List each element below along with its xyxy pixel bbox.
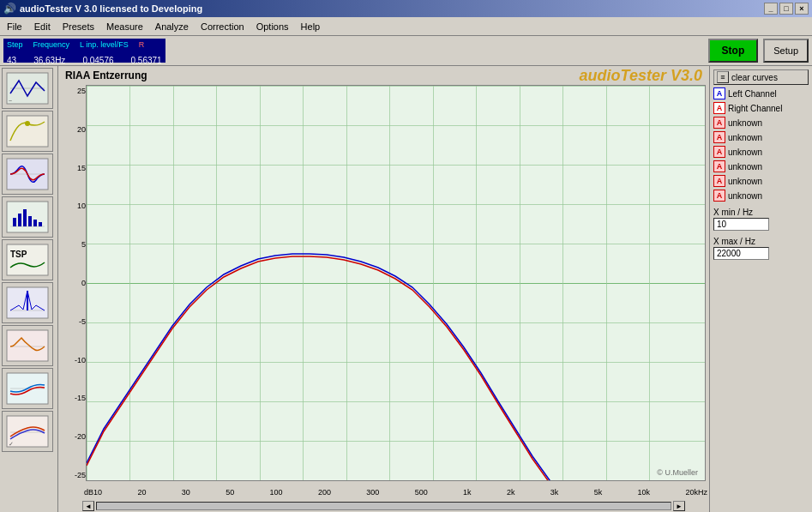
- y-label-2: 15: [62, 162, 86, 174]
- x-label-1: 20: [137, 488, 146, 497]
- r-value: 0.56371: [131, 56, 162, 65]
- y-label-8: -15: [62, 392, 86, 404]
- sidebar-icon-waveform[interactable]: ~: [2, 68, 53, 109]
- linp-label: L inp. level/FS: [80, 40, 129, 49]
- x-label-10: 3k: [550, 488, 559, 497]
- svg-rect-10: [18, 214, 21, 226]
- r-label: R: [139, 40, 145, 49]
- x-label-9: 2k: [507, 488, 515, 497]
- y-label-7: -10: [62, 354, 86, 366]
- app-title: audioTester V 3.0 licensed to Developing: [20, 3, 202, 14]
- copyright-text: © U.Mueller: [657, 468, 698, 477]
- left-sidebar: ~: [0, 66, 58, 512]
- legend-unknown2[interactable]: A unknown: [713, 131, 809, 143]
- title-bar: 🔊 audioTester V 3.0 licensed to Developi…: [0, 0, 812, 17]
- sidebar-icon-correction[interactable]: [2, 368, 53, 409]
- chart-title: RIAA Entzerrung: [65, 69, 147, 81]
- y-label-1: 20: [62, 123, 86, 136]
- scroll-track[interactable]: [96, 502, 671, 510]
- step-label: Step: [7, 40, 23, 49]
- sidebar-icon-impulse[interactable]: [2, 282, 53, 323]
- svg-rect-13: [33, 220, 37, 226]
- legend-label-unknown4: unknown: [728, 162, 762, 172]
- svg-rect-12: [28, 216, 32, 226]
- legend-label-unknown3: unknown: [728, 148, 762, 157]
- legend-icon-unknown3: A: [713, 146, 725, 158]
- x-label-7: 500: [415, 488, 428, 497]
- linp-value: 0.04576: [82, 56, 113, 65]
- xmin-label: X min / Hz: [713, 208, 809, 217]
- x-label-8: 1k: [463, 488, 472, 497]
- xmax-input[interactable]: [713, 247, 769, 260]
- menu-item-edit[interactable]: Edit: [29, 20, 56, 33]
- chart-scrollbar: ◄ ►: [58, 500, 709, 512]
- x-label-3: 50: [226, 488, 234, 497]
- svg-rect-7: [7, 202, 48, 232]
- svg-rect-14: [39, 222, 42, 226]
- legend-icon-left: A: [713, 87, 725, 99]
- sidebar-icon-noise[interactable]: [2, 196, 53, 238]
- right-panel: ≡ clear curves A Left Channel A Right Ch…: [709, 66, 812, 512]
- y-label-4: 5: [62, 238, 86, 250]
- chart-area: RIAA Entzerrung audioTester V3.0 2520151…: [58, 66, 709, 512]
- xmin-section: X min / Hz: [713, 208, 809, 231]
- app-watermark: audioTester V3.0: [580, 67, 702, 85]
- svg-rect-11: [23, 209, 27, 226]
- chart-plot: © U.Mueller: [86, 85, 706, 481]
- svg-text:~: ~: [9, 98, 12, 104]
- riaa-curve-svg: [87, 86, 705, 480]
- sidebar-icon-analyze[interactable]: [2, 111, 53, 152]
- menu-item-correction[interactable]: Correction: [195, 20, 250, 33]
- y-label-6: -5: [62, 316, 86, 328]
- menu-item-options[interactable]: Options: [251, 20, 294, 33]
- clear-curves-label: clear curves: [731, 73, 778, 82]
- menu-item-analyze[interactable]: Analyze: [150, 20, 194, 33]
- y-label-9: -20: [62, 431, 86, 443]
- legend-label-unknown5: unknown: [728, 177, 762, 186]
- svg-text:✓: ✓: [9, 441, 14, 447]
- legend-left-channel[interactable]: A Left Channel: [713, 87, 809, 99]
- legend-unknown3[interactable]: A unknown: [713, 146, 809, 158]
- legend-unknown6[interactable]: A unknown: [713, 190, 809, 202]
- legend-unknown5[interactable]: A unknown: [713, 175, 809, 187]
- legend-label-unknown6: unknown: [728, 191, 762, 201]
- maximize-button[interactable]: □: [779, 3, 793, 15]
- stop-button[interactable]: Stop: [708, 39, 759, 63]
- scroll-right-button[interactable]: ►: [673, 501, 685, 511]
- menu-item-file[interactable]: File: [2, 20, 27, 33]
- body-area: ~: [0, 66, 812, 512]
- scroll-left-button[interactable]: ◄: [82, 501, 94, 511]
- legend-label-left: Left Channel: [728, 89, 777, 99]
- legend-icon-unknown2: A: [713, 131, 725, 143]
- minimize-button[interactable]: _: [764, 3, 778, 15]
- main-container: Step Frequency L inp. level/FS R 43 36,6…: [0, 36, 812, 512]
- legend-icon-unknown1: A: [713, 117, 725, 129]
- chart-wrapper: 2520151050-5-10-15-20-25: [58, 85, 709, 485]
- step-value: 43: [7, 56, 16, 65]
- svg-point-4: [25, 121, 30, 126]
- sidebar-icon-tsp[interactable]: TSP: [2, 239, 53, 280]
- menu-item-help[interactable]: Help: [296, 20, 326, 33]
- sidebar-icon-sweep[interactable]: [2, 325, 53, 366]
- sidebar-icon-multiband[interactable]: ✓: [2, 411, 53, 452]
- legend-icon-unknown5: A: [713, 175, 725, 187]
- y-axis: 2520151050-5-10-15-20-25: [62, 85, 86, 481]
- legend-right-channel[interactable]: A Right Channel: [713, 102, 809, 114]
- legend-unknown4[interactable]: A unknown: [713, 160, 809, 172]
- legend-icon-unknown6: A: [713, 190, 725, 202]
- clear-curves-icon: ≡: [717, 71, 729, 83]
- x-label-11: 5k: [594, 488, 603, 497]
- menu-item-presets[interactable]: Presets: [57, 20, 99, 33]
- menu-item-measure[interactable]: Measure: [101, 20, 148, 33]
- legend-unknown1[interactable]: A unknown: [713, 117, 809, 129]
- legend-label-unknown2: unknown: [728, 133, 762, 142]
- freq-value: 36,63Hz: [33, 56, 65, 65]
- x-label-12: 10k: [638, 488, 651, 497]
- x-label-4: 100: [270, 488, 283, 497]
- setup-button[interactable]: Setup: [763, 39, 809, 63]
- y-label-5: 0: [62, 277, 86, 289]
- close-button[interactable]: ×: [795, 3, 809, 15]
- sidebar-icon-eq[interactable]: [2, 154, 53, 195]
- xmin-input[interactable]: [713, 218, 769, 231]
- clear-curves-button[interactable]: ≡ clear curves: [713, 69, 809, 85]
